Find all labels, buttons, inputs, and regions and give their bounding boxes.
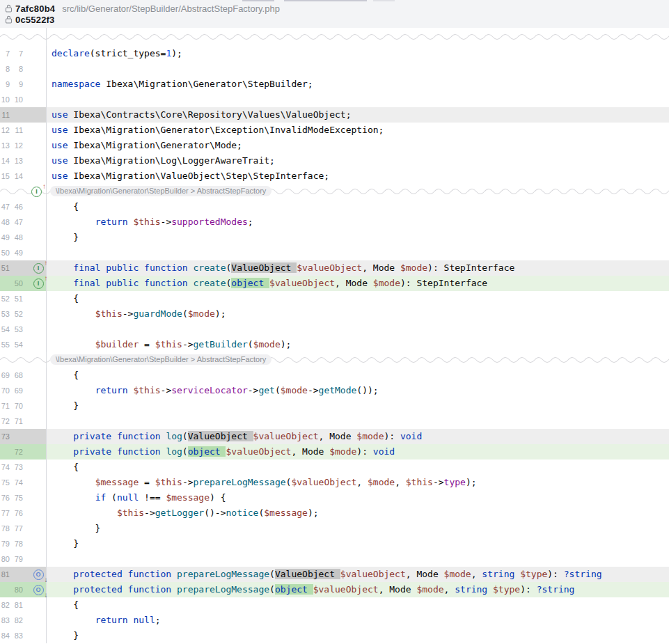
line-number-old: 49 bbox=[0, 233, 10, 242]
code-line[interactable]: return null; bbox=[47, 613, 669, 628]
code-line[interactable]: use Ibexa\Migration\Generator\Exception\… bbox=[47, 123, 669, 138]
line-number-new: 78 bbox=[10, 540, 23, 548]
code-line[interactable]: return $this->serviceLocator->get($mode-… bbox=[47, 383, 669, 398]
code-line[interactable]: use Ibexa\Migration\Generator\Mode; bbox=[47, 138, 669, 153]
line-number-old: 15 bbox=[0, 172, 10, 180]
code-line[interactable]: { bbox=[47, 199, 669, 214]
line-number-new: 10 bbox=[10, 95, 23, 104]
line-number-new: 13 bbox=[10, 157, 23, 165]
code-line[interactable] bbox=[47, 414, 669, 429]
window-edge-sliver bbox=[242, 0, 274, 1]
code-line[interactable] bbox=[47, 551, 669, 567]
overridden-icon[interactable]: O↓ bbox=[33, 585, 44, 595]
commit-hash-right[interactable]: 0c5522f3 bbox=[15, 15, 55, 25]
code-line[interactable]: return $this->supportedModes; bbox=[47, 214, 669, 230]
code-line[interactable]: if (null !== $message) { bbox=[47, 490, 669, 505]
wavy-collapse-separator bbox=[0, 34, 669, 40]
implements-icon[interactable]: I↑ bbox=[33, 278, 44, 289]
code-line[interactable]: protected function prepareLogMessage(Val… bbox=[47, 567, 669, 582]
line-number-new: 47 bbox=[10, 218, 23, 226]
gutter: 73 bbox=[0, 429, 47, 444]
section-breadcrumb[interactable]: \Ibexa\Migration\Generator\StepBuilder >… bbox=[50, 354, 271, 365]
code-line[interactable]: use Ibexa\Migration\Log\LoggerAwareTrait… bbox=[47, 153, 669, 168]
code-line[interactable]: protected function prepareLogMessage(obj… bbox=[47, 582, 669, 597]
code-line[interactable]: $builder = $this->getBuilder($mode); bbox=[47, 337, 669, 352]
window-edge-sliver bbox=[284, 0, 367, 1]
line-number-old: 71 bbox=[0, 402, 10, 410]
line-number-new: 51 bbox=[10, 294, 23, 303]
code-line[interactable]: } bbox=[47, 398, 669, 414]
gutter: 8382 bbox=[0, 613, 47, 628]
code-line[interactable] bbox=[47, 245, 669, 260]
line-number-old: 10 bbox=[0, 95, 10, 104]
code-line[interactable]: $message = $this->prepareLogMessage($val… bbox=[47, 475, 669, 490]
file-path: src/lib/Generator/StepBuilder/AbstractSt… bbox=[62, 3, 280, 14]
code-line[interactable]: } bbox=[47, 521, 669, 536]
diff-line: 73 private function log(ValueObject $val… bbox=[0, 429, 669, 444]
line-number-old: 73 bbox=[0, 432, 10, 441]
code-line[interactable]: { bbox=[47, 597, 669, 613]
collapsed-region-separator[interactable]: \Ibexa\Migration\Generator\StepBuilder >… bbox=[0, 352, 669, 368]
code-line[interactable]: private function log(object $valueObject… bbox=[47, 444, 669, 460]
line-number-old: 8 bbox=[0, 65, 10, 73]
gutter: 1514 bbox=[0, 168, 47, 184]
diff-line: 51I↑ final public function create(ValueO… bbox=[0, 260, 669, 276]
line-number-old: 78 bbox=[0, 524, 10, 533]
code-line[interactable]: use Ibexa\Migration\ValueObject\Step\Ste… bbox=[47, 168, 669, 184]
collapsed-region-separator[interactable] bbox=[0, 28, 669, 46]
line-number-old: 80 bbox=[0, 555, 10, 563]
code-line[interactable] bbox=[47, 61, 669, 77]
code-line[interactable]: { bbox=[47, 460, 669, 475]
collapsed-region-separator[interactable]: I↑\Ibexa\Migration\Generator\StepBuilder… bbox=[0, 184, 669, 199]
gutter: 11 bbox=[0, 107, 47, 123]
code-line[interactable]: $this->guardMode($mode); bbox=[47, 306, 669, 322]
implements-icon[interactable]: I↑ bbox=[33, 263, 44, 274]
code-line[interactable]: { bbox=[47, 291, 669, 306]
code-line[interactable]: use Ibexa\Contracts\Core\Repository\Valu… bbox=[47, 107, 669, 123]
diff-line: 4746 { bbox=[0, 199, 669, 214]
line-number-new: 8 bbox=[10, 65, 23, 73]
diff-line: 11use Ibexa\Contracts\Core\Repository\Va… bbox=[0, 107, 669, 123]
diff-line: 5453 bbox=[0, 322, 669, 337]
diff-line: 1211use Ibexa\Migration\Generator\Except… bbox=[0, 123, 669, 138]
code-line[interactable]: $this->getLogger()->notice($message); bbox=[47, 505, 669, 521]
code-line[interactable]: final public function create(object $val… bbox=[47, 276, 669, 291]
line-number-new: 73 bbox=[10, 463, 23, 471]
code-line[interactable] bbox=[47, 92, 669, 107]
code-line[interactable]: private function log(ValueObject $valueO… bbox=[47, 429, 669, 444]
code-line[interactable]: declare(strict_types=1); bbox=[47, 46, 669, 61]
gutter: 5453 bbox=[0, 322, 47, 337]
gutter: 88 bbox=[0, 61, 47, 77]
section-breadcrumb[interactable]: \Ibexa\Migration\Generator\StepBuilder >… bbox=[50, 186, 271, 196]
code-line[interactable]: } bbox=[47, 536, 669, 551]
commit-hash-left[interactable]: 7afc80b4 bbox=[15, 3, 55, 14]
line-number-new: 49 bbox=[10, 249, 23, 257]
line-number-new: 70 bbox=[10, 402, 23, 410]
diff-line: 7170 } bbox=[0, 398, 669, 414]
code-line[interactable]: } bbox=[47, 230, 669, 245]
code-line[interactable]: } bbox=[47, 628, 669, 643]
line-number-old: 50 bbox=[0, 249, 10, 257]
line-number-new: 68 bbox=[10, 371, 23, 379]
code-line[interactable]: final public function create(ValueObject… bbox=[47, 260, 669, 276]
gutter: 51I↑ bbox=[0, 260, 47, 276]
gutter: 77 bbox=[0, 46, 47, 61]
overridden-icon[interactable]: O↓ bbox=[33, 570, 44, 580]
gutter: 1413 bbox=[0, 153, 47, 168]
gutter: 7978 bbox=[0, 536, 47, 551]
line-number-new: 76 bbox=[10, 509, 23, 517]
code-line[interactable] bbox=[47, 322, 669, 337]
line-number-old: 51 bbox=[0, 264, 10, 272]
diff-line: 8382 return null; bbox=[0, 613, 669, 628]
gutter: 5352 bbox=[0, 306, 47, 322]
lock-icon bbox=[5, 15, 13, 24]
gutter: 7069 bbox=[0, 383, 47, 398]
code-line[interactable]: namespace Ibexa\Migration\Generator\Step… bbox=[47, 77, 669, 92]
code-line[interactable]: { bbox=[47, 368, 669, 383]
line-number-new: 77 bbox=[10, 524, 23, 533]
gutter: 8281 bbox=[0, 597, 47, 613]
diff-line: 77declare(strict_types=1); bbox=[0, 46, 669, 61]
line-number-new: 83 bbox=[10, 631, 23, 640]
gutter: 7473 bbox=[0, 460, 47, 475]
implements-icon[interactable]: I↑ bbox=[31, 187, 42, 197]
